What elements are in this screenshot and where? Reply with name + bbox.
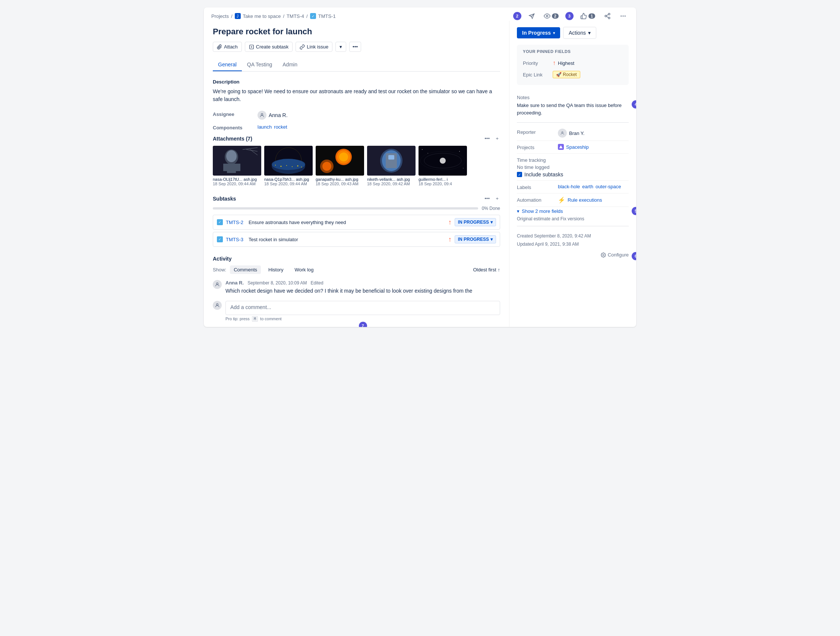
subtask-type-icon: ✓ [217, 219, 223, 225]
include-subtasks-checkbox[interactable]: ✓ [517, 172, 522, 177]
svg-point-49 [459, 151, 460, 152]
actions-button[interactable]: Actions ▾ [563, 27, 596, 39]
updated-timestamp: Updated April 9, 2021, 9:38 AM [517, 240, 629, 248]
subtasks-more-button[interactable]: ••• [483, 195, 491, 202]
subtask-item[interactable]: ✓ TMTS-3 Test rocket in simulator ↑ IN P… [213, 232, 500, 247]
subtask-2-status[interactable]: IN PROGRESS ▾ [455, 235, 496, 244]
tab-admin[interactable]: Admin [277, 59, 303, 71]
svg-point-52 [216, 304, 218, 305]
svg-rect-42 [388, 155, 394, 160]
svg-point-53 [562, 131, 563, 133]
subtask-1-link[interactable]: TMTS-2 [226, 220, 243, 225]
tab-qa-testing[interactable]: QA Testing [242, 59, 277, 71]
label-outer-space[interactable]: outer-space [595, 184, 621, 189]
activity-sort[interactable]: Oldest first ↑ [473, 267, 500, 272]
attachments-actions: ••• + [483, 135, 500, 142]
svg-line-4 [606, 16, 608, 17]
attachment-name-3: ganapathy-ku... ash.jpg [316, 177, 364, 182]
svg-point-27 [281, 166, 282, 167]
svg-point-29 [292, 166, 292, 167]
subtask-2-link[interactable]: TMTS-3 [226, 237, 243, 242]
more-options-button[interactable] [617, 11, 629, 21]
show-more-fields-button[interactable]: ▾ Show 2 more fields [517, 207, 629, 215]
toolbar-more-button[interactable]: ••• [349, 42, 361, 52]
attachment-item[interactable]: nasa-Q1p7bh3... ash.jpg 18 Sep 2020, 09:… [264, 146, 313, 186]
created-timestamp: Created September 8, 2020, 9:42 AM [517, 232, 629, 240]
attach-button[interactable]: Attach [213, 42, 242, 52]
configure-button[interactable]: Configure [601, 252, 629, 258]
attachment-name-2: nasa-Q1p7bh3... ash.jpg [264, 177, 313, 182]
progress-text: 0% Done [482, 206, 500, 211]
attachment-thumb-5 [418, 146, 467, 176]
tab-general[interactable]: General [213, 59, 242, 71]
share-button[interactable] [602, 11, 613, 21]
subtasks-add-button[interactable]: + [494, 195, 500, 202]
time-tracking-value: No time logged ✓ Include subtasks [517, 165, 563, 177]
reporter-row: Reporter Bran Y. [517, 126, 629, 141]
component-rocket[interactable]: rocket [274, 124, 287, 130]
assignee-name: Anna R. [269, 112, 288, 118]
label-black-hole[interactable]: black-hole [558, 184, 580, 189]
svg-line-5 [606, 14, 608, 16]
svg-rect-17 [223, 164, 228, 171]
svg-point-25 [272, 159, 305, 170]
attachment-item[interactable]: nasa-OLlj17tU... ash.jpg 18 Sep 2020, 09… [213, 146, 261, 186]
watch-button[interactable]: 2 [542, 11, 561, 21]
activity-tab-worklog[interactable]: Work log [291, 266, 317, 274]
activity-tab-history[interactable]: History [265, 266, 287, 274]
reporter-label: Reporter [517, 129, 558, 135]
svg-point-15 [226, 150, 237, 162]
label-earth[interactable]: earth [582, 184, 593, 189]
svg-point-28 [286, 165, 287, 166]
comment-text: Which rocket design have we decided on? … [226, 287, 472, 295]
show-more-desc: Original estimate and Fix versions [517, 216, 629, 221]
automation-value: ⚡ Rule executions [558, 196, 629, 204]
epic-tag[interactable]: 🚀 Rocket [553, 71, 580, 78]
comment-input[interactable]: Add a comment... [226, 301, 500, 315]
breadcrumb-projects[interactable]: Projects [211, 13, 229, 19]
create-subtask-label: Create subtask [256, 44, 289, 50]
subtask-type-icon-2: ✓ [217, 236, 223, 242]
attachments-grid: nasa-OLlj17tU... ash.jpg 18 Sep 2020, 09… [213, 146, 500, 186]
time-tracking-label: Time tracking [517, 157, 558, 163]
attach-label: Attach [224, 44, 238, 50]
svg-point-31 [301, 167, 302, 168]
more-actions-dropdown[interactable]: ▾ [335, 42, 346, 52]
attachment-item[interactable]: guillermo-ferl... i 18 Sep 2020, 09:4 [418, 146, 467, 186]
attachments-more-button[interactable]: ••• [483, 135, 491, 142]
like-button[interactable]: 1 [578, 11, 597, 21]
priority-icon: ↑ [553, 60, 556, 66]
attachments-add-button[interactable]: + [494, 135, 500, 142]
rule-executions-link[interactable]: Rule executions [568, 197, 602, 203]
svg-point-7 [623, 16, 624, 17]
subtask-1-status[interactable]: IN PROGRESS ▾ [455, 218, 496, 226]
announce-button[interactable] [526, 11, 537, 21]
notes-label: Notes [517, 94, 558, 100]
subtask-item[interactable]: ✓ TMTS-2 Ensure astronauts have everythi… [213, 215, 500, 229]
breadcrumb-take-me-to-space[interactable]: Take me to space [243, 13, 281, 19]
subtasks-actions: ••• + [483, 195, 500, 202]
assignee-avatar [257, 111, 267, 120]
projects-value: Spaceship [558, 144, 629, 150]
pro-tip: Pro tip: press M to comment [213, 316, 500, 321]
project-link[interactable]: Spaceship [566, 144, 589, 150]
activity-tab-comments[interactable]: Comments [230, 266, 261, 274]
project-icon: J [235, 13, 241, 19]
create-subtask-button[interactable]: Create subtask [245, 42, 292, 52]
subtasks-title: Subtasks [213, 196, 236, 202]
priority-icon-2: ↑ [448, 236, 452, 244]
attachment-date-1: 18 Sep 2020, 09:44 AM [213, 182, 261, 186]
labels-label: Labels [517, 184, 558, 190]
show-more-label: Show 2 more fields [522, 209, 563, 214]
configure-row: Configure [517, 252, 629, 258]
notes-text: Make sure to send the QA team this issue… [517, 102, 629, 116]
comment-avatar [213, 280, 222, 289]
component-launch[interactable]: launch [257, 124, 272, 130]
attachment-item[interactable]: niketh-vellank... ash.jpg 18 Sep 2020, 0… [367, 146, 415, 186]
status-button[interactable]: In Progress ▾ [517, 27, 560, 38]
breadcrumb-tmts4[interactable]: TMTS-4 [287, 13, 304, 19]
lightning-icon: ⚡ [558, 196, 565, 204]
attachment-item[interactable]: ganapathy-ku... ash.jpg 18 Sep 2020, 09:… [316, 146, 364, 186]
breadcrumb-tmts1[interactable]: TMTS-1 [318, 13, 336, 19]
link-issue-button[interactable]: Link issue [295, 42, 332, 52]
